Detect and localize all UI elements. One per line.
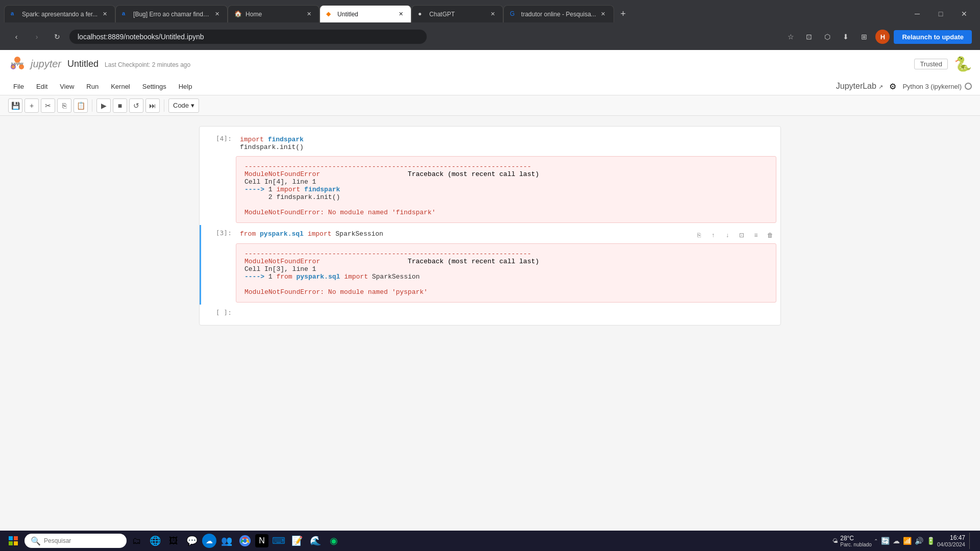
tab-favicon-4: ◆ [326,10,334,18]
address-bar: ‹ › ↻ ☆ ⊡ ⬡ ⬇ ⊞ H Relaunch to update [0,23,980,50]
tab-chatgpt[interactable]: ● ChatGPT ✕ [411,5,503,22]
taskbar-vscode-icon[interactable]: ⌨ [271,533,287,549]
tab-close-3[interactable]: ✕ [305,10,313,18]
run-button[interactable]: ▶ [96,98,111,113]
screenshot-icon[interactable]: ⬡ [820,30,835,44]
taskbar-teams2-icon[interactable]: 👥 [218,533,235,549]
taskbar-browser-icon[interactable]: 🌐 [147,533,163,549]
minimize-button[interactable]: ─ [905,6,929,22]
move-down-button[interactable]: ↓ [721,229,733,241]
taskbar-search-icon: 🔍 [31,536,41,546]
close-button[interactable]: ✕ [952,6,976,22]
download-icon[interactable]: ⬇ [839,30,853,44]
start-button[interactable] [4,532,22,550]
clock-time: 16:47 [937,534,965,541]
show-desktop-button[interactable] [969,533,972,549]
cell-number-2: [3]: [205,227,236,237]
tab-untitled[interactable]: ◆ Untitled ✕ [320,5,411,22]
address-input[interactable] [69,30,427,44]
restart-button[interactable]: ↺ [129,98,143,113]
tab-tradutor[interactable]: G tradutor online - Pesquisa... ✕ [503,5,614,22]
forward-button[interactable]: › [29,29,45,45]
bookmark-icon[interactable]: ☆ [783,30,798,44]
extensions-icon[interactable]: ⊞ [857,30,871,44]
tab-spark[interactable]: a Spark: apresentando a fer... ✕ [4,5,115,22]
tab-title-3: Home [246,11,302,18]
volume-icon[interactable]: 🔊 [915,537,923,545]
tab-close-6[interactable]: ✕ [599,10,607,18]
tab-close-2[interactable]: ✕ [213,10,221,18]
paste-button[interactable]: 📋 [74,98,88,113]
menu-run[interactable]: Run [81,81,104,92]
clear-output-button[interactable]: ≡ [750,229,762,241]
tray-up-arrow[interactable]: ⌃ [874,538,878,544]
windows-icon [8,536,18,546]
svg-point-11 [243,539,247,543]
menu-settings[interactable]: Settings [137,81,172,92]
interrupt-button[interactable]: ■ [113,98,127,113]
cell-input-2[interactable]: from pyspark.sql import SparkSession [236,227,689,241]
menu-help[interactable]: Help [174,81,198,92]
cast-icon[interactable]: ⊡ [802,30,816,44]
back-button[interactable]: ‹ [8,29,24,45]
copy-cell-button[interactable]: ⎘ [693,229,705,241]
tab-close-1[interactable]: ✕ [101,10,109,18]
menu-file[interactable]: File [8,81,29,92]
taskbar-notion-icon[interactable]: N [255,534,268,547]
add-cell-button[interactable]: + [24,98,39,113]
taskbar-onedrive-icon[interactable]: ☁ [202,534,216,548]
battery-icon[interactable]: 🔋 [926,537,935,545]
menu-edit[interactable]: Edit [31,81,53,92]
taskbar-chrome-icon[interactable] [237,533,253,549]
taskbar-file-explorer-icon[interactable]: 🗂 [129,533,145,549]
toolbar-separator-2 [164,99,164,112]
menu-kernel[interactable]: Kernel [106,81,135,92]
cell-options-button[interactable]: ⊡ [736,229,748,241]
relaunch-button[interactable]: Relaunch to update [894,30,972,44]
tab-bug[interactable]: a [Bug] Erro ao chamar finds... ✕ [115,5,228,22]
move-up-button[interactable]: ↑ [707,229,719,241]
window-controls: ─ □ ✕ [905,6,976,22]
copy-button[interactable]: ⎘ [57,98,71,113]
taskbar-image-icon[interactable]: 🖼 [165,533,182,549]
taskbar-search-input[interactable] [44,537,110,544]
taskbar-search-box[interactable]: 🔍 [24,534,127,548]
taskbar-teams-icon[interactable]: 💬 [184,533,200,549]
taskbar-monitoring-icon[interactable]: ◉ [326,533,342,549]
cell-input-3[interactable] [236,307,776,319]
notebook-name[interactable]: Untitled [67,59,99,69]
tab-home[interactable]: 🏠 Home ✕ [228,5,320,22]
toolbar-right-info: JupyterLab ↗ ⚙ Python 3 (ipykernel) [836,82,972,91]
jupyterlab-link[interactable]: JupyterLab ↗ [836,82,884,91]
trusted-badge[interactable]: Trusted [914,59,948,69]
cell-3[interactable]: [ ]: [200,305,780,321]
network-icon[interactable]: 📶 [903,537,912,545]
cut-button[interactable]: ✂ [41,98,55,113]
new-tab-button[interactable]: + [616,7,630,21]
svg-rect-8 [14,541,18,545]
restart-run-button[interactable]: ⏭ [145,98,160,113]
delete-cell-button[interactable]: 🗑 [764,229,776,241]
jupyter-title-bar: jupyter jupyter Untitled Last Checkpoint… [0,50,980,78]
tab-close-4[interactable]: ✕ [397,10,405,18]
maximize-button[interactable]: □ [929,6,952,22]
python-logo-icon: 🐍 [954,56,972,72]
jupyter-menu: File Edit View Run Kernel Settings Help … [0,78,980,95]
notebook-container: [4]: import findspark findspark.init() -… [199,126,781,325]
taskbar-notepad-icon[interactable]: 📝 [289,533,305,549]
kernel-info: Python 3 (ipykernel) [902,83,972,90]
cell-2[interactable]: [3]: from pyspark.sql import SparkSessio… [200,225,780,305]
kernel-settings-icon[interactable]: ⚙ [889,82,896,91]
reload-button[interactable]: ↻ [49,29,65,45]
jupyter-logo-icon: jupyter [8,55,27,73]
cell-type-dropdown[interactable]: Code ▾ [168,98,199,113]
profile-avatar[interactable]: H [875,30,890,44]
cell-input-1[interactable]: import findspark findspark.init() [236,133,776,154]
taskbar-edge-icon[interactable]: 🌊 [307,533,324,549]
cell-1[interactable]: [4]: import findspark findspark.init() -… [200,131,780,225]
chrome-icon-svg [239,535,251,547]
tab-close-5[interactable]: ✕ [488,10,497,18]
menu-view[interactable]: View [55,81,79,92]
tab-title-5: ChatGPT [429,11,485,18]
save-button[interactable]: 💾 [8,98,22,113]
